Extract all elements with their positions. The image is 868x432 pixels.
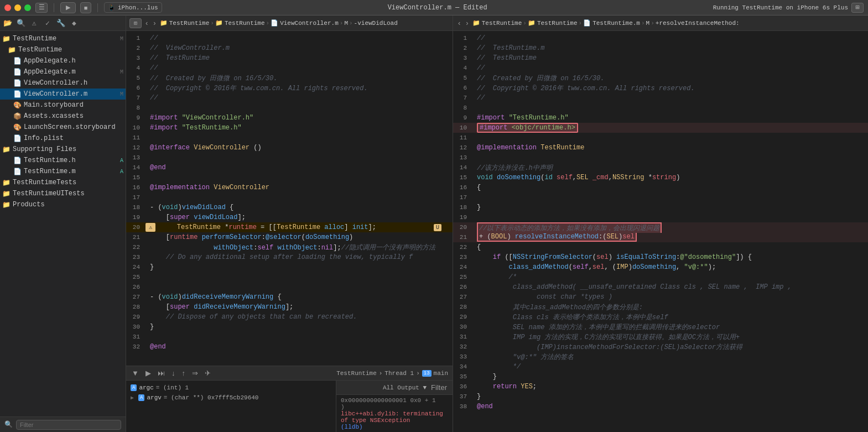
debug-area: ▼ ▶ ⏭ ↓ ↑ ⇒ ✈ TestRuntime › Thread 1 › 1… [126, 366, 453, 432]
test-nav-icon[interactable]: ✓ [43, 19, 52, 28]
project-icon: 📁 [2, 35, 11, 43]
debug-hide-btn[interactable]: ▼ [131, 369, 140, 377]
debug-pause-btn[interactable]: ⇒ [191, 369, 199, 377]
line-content: // TestRuntime [472, 54, 537, 62]
code-line: 8 [453, 103, 868, 113]
tree-item-tests[interactable]: 📁 TestRuntimeTests [0, 177, 126, 188]
scheme-selector[interactable]: 📱 iPhon...lus [104, 2, 162, 13]
frame-icon: 13 [422, 370, 432, 377]
left-nav-bar: ⊞ ‹ › 📁 TestRuntime › 📁 TestRuntime › 📄 … [126, 15, 453, 31]
folder-icon: 📁 [2, 201, 11, 209]
debug-continue-btn[interactable]: ▶ [144, 369, 152, 377]
line-content: #import "TestRuntime.h" [472, 114, 569, 122]
breadcrumb-project-label: TestRuntime [169, 20, 210, 27]
right-back-button[interactable]: ‹ [456, 19, 462, 27]
tree-item-main-storyboard[interactable]: 🎨 Main.storyboard [0, 100, 126, 111]
rb-project[interactable]: 📁 TestRuntime [472, 19, 522, 27]
tree-item-appdelegate-h[interactable]: 📄 AppDelegate.h [0, 55, 126, 66]
navigator-toggle[interactable]: ☰ [35, 3, 48, 13]
debug-simulator-btn[interactable]: ✈ [204, 369, 212, 377]
line-number: 11 [453, 134, 472, 141]
file-badge-a2: A [120, 169, 123, 175]
close-button[interactable] [4, 4, 11, 11]
code-line: 18 } [453, 202, 868, 212]
expand-icon[interactable]: ▶ [131, 394, 134, 401]
breadcrumb-file[interactable]: 📄 ViewController.m [271, 19, 339, 27]
line-number: 8 [126, 105, 145, 111]
line-number: 28 [126, 304, 145, 310]
line-content: IMP img 方法的实现，C方法的实现可以直接获得。如果是OC方法，可以用+ [472, 332, 740, 342]
tree-item-info-plist[interactable]: 📄 Info.plist [0, 133, 126, 144]
code-line: 22 withObject:self withObject:nil];//隐式调… [126, 242, 453, 252]
file-icon: 📄 [13, 68, 22, 76]
folder-icon[interactable]: 📂 [3, 19, 12, 28]
warning-nav-icon[interactable]: ⚠ [30, 19, 39, 28]
line-number: 24 [453, 264, 472, 270]
line-content: class_addMethod( __unsafe_unretained Cla… [472, 283, 792, 291]
line-number: 4 [126, 65, 145, 71]
breadcrumb-file-icon: 📄 [271, 19, 278, 27]
filter-output-btn[interactable]: Filter [430, 383, 448, 392]
tree-item-appdelegate-m[interactable]: 📄 AppDelegate.m M [0, 66, 126, 77]
tree-item-viewcontroller-h[interactable]: 📄 ViewController.h [0, 77, 126, 89]
debug-step-in-btn[interactable]: ↓ [170, 369, 176, 377]
breadcrumb-method[interactable]: -viewDidLoad [354, 20, 398, 27]
debug-step-over-btn[interactable]: ⏭ [157, 369, 166, 377]
breadcrumb-file-label: ViewController.m [280, 20, 339, 27]
minimize-button[interactable] [14, 4, 21, 11]
left-code-editor[interactable]: 1 // 2 // ViewController.m 3 // TestRunt… [126, 31, 453, 366]
maximize-button[interactable] [24, 4, 31, 11]
group-name: TestRuntime [18, 46, 62, 54]
line-content: withObject:self withObject:nil];//隐式调用一个… [145, 243, 435, 252]
code-line: 29 Class cls 表示给哪个类添加方法，本例中是self [453, 312, 868, 322]
rb-method[interactable]: +resolveInstanceMethod: [656, 20, 740, 27]
line-number: 36 [453, 383, 472, 390]
tree-item-launch-storyboard[interactable]: 🎨 LaunchScreen.storyboard [0, 122, 126, 133]
tree-item-testruntime-h[interactable]: 📄 TestRuntime.h A [0, 155, 126, 166]
code-line: 23 if ([NSStringFromSelector(sel) isEqua… [453, 252, 868, 262]
breadcrumb-m[interactable]: M [344, 20, 348, 27]
rb-m[interactable]: M [646, 20, 650, 27]
breakpoint-nav-icon[interactable]: ◆ [70, 19, 79, 28]
right-code-editor[interactable]: 1 // 2 // TestRuntime.m 3 // TestRuntime… [453, 31, 868, 432]
rb-group[interactable]: 📁 TestRuntime [528, 19, 578, 27]
tree-item-testruntime-m[interactable]: 📄 TestRuntime.m A [0, 166, 126, 177]
debug-nav-icon[interactable]: 🔧 [56, 19, 65, 28]
line-number: 22 [126, 244, 145, 251]
code-line: 2 // ViewController.m [126, 43, 453, 53]
rb-file[interactable]: 📄 TestRuntime.m [583, 19, 640, 27]
debug-variables: A argc = (int) 1 ▶ A argv = (char **) 0x… [126, 381, 336, 432]
code-line: 17 [453, 192, 868, 202]
run-button[interactable]: ▶ [60, 2, 76, 13]
line-content: [runtime performSelector:@selector(doSom… [145, 233, 353, 241]
grid-toggle[interactable]: ⊞ [129, 18, 142, 28]
line-content: // Copyright © 2016年 tww.com.cn. All rig… [145, 84, 368, 93]
filter-input[interactable] [16, 420, 121, 430]
tree-item-viewcontroller-m[interactable]: 📄 ViewController.m M [0, 89, 126, 100]
debug-var-argv: ▶ A argv = (char **) 0x7fff5cb29640 [131, 393, 331, 403]
debug-step-out-btn[interactable]: ↑ [180, 369, 186, 377]
breadcrumb-group[interactable]: 📁 TestRuntime [215, 19, 265, 27]
code-line: 8 [126, 103, 453, 113]
search-nav-icon[interactable]: 🔍 [17, 19, 25, 28]
line-content: // TestRuntime [145, 54, 210, 62]
line-content: } [472, 373, 497, 381]
inspector-toggle[interactable]: ⊞ [851, 3, 864, 13]
code-line: 38 @end [453, 402, 868, 412]
stop-button[interactable]: ■ [80, 2, 91, 13]
line-content: @implementation TestRuntime [472, 144, 584, 152]
right-forward-button[interactable]: › [464, 19, 470, 27]
tree-item-project[interactable]: 📁 TestRuntime M [0, 33, 126, 44]
breadcrumb-project[interactable]: 📁 TestRuntime [160, 19, 210, 27]
back-button[interactable]: ‹ [144, 19, 149, 27]
code-line-red-method-comment: 20 //以下表示动态的添加方法，如果没有添加，会出现闪退问题 [453, 222, 868, 232]
tree-item-assets[interactable]: 📦 Assets.xcassets [0, 111, 126, 122]
file-name: TestRuntime.m [24, 168, 76, 175]
tree-item-group[interactable]: 📁 TestRuntime [0, 44, 126, 55]
tree-item-products[interactable]: 📁 Products [0, 199, 126, 210]
tree-item-uitests[interactable]: 📁 TestRuntimeUITests [0, 188, 126, 199]
line-content: // [472, 94, 485, 102]
line-number: 31 [453, 334, 472, 340]
forward-button[interactable]: › [152, 19, 157, 27]
tree-item-supporting-files[interactable]: 📁 Supporting Files [0, 144, 126, 155]
